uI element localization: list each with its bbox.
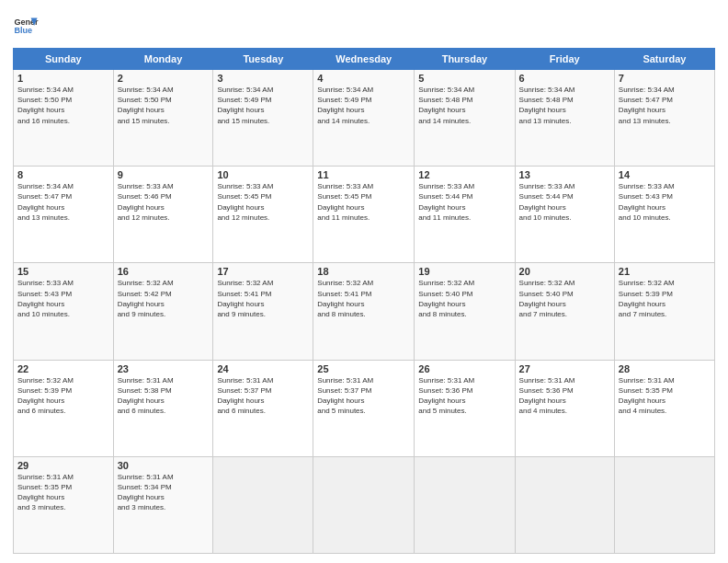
day-header-sunday: Sunday bbox=[14, 49, 114, 70]
day-info: Sunrise: 5:32 AMSunset: 5:40 PMDaylight … bbox=[519, 279, 575, 318]
calendar-cell: 2Sunrise: 5:34 AMSunset: 5:50 PMDaylight… bbox=[113, 70, 213, 167]
day-info: Sunrise: 5:31 AMSunset: 5:35 PMDaylight … bbox=[17, 473, 74, 512]
calendar-cell: 10Sunrise: 5:33 AMSunset: 5:45 PMDayligh… bbox=[213, 167, 313, 263]
day-info: Sunrise: 5:33 AMSunset: 5:43 PMDaylight … bbox=[17, 279, 74, 318]
calendar-week-5: 29Sunrise: 5:31 AMSunset: 5:35 PMDayligh… bbox=[14, 456, 715, 553]
day-info: Sunrise: 5:31 AMSunset: 5:35 PMDaylight … bbox=[619, 376, 675, 416]
day-number: 8 bbox=[17, 169, 109, 180]
day-number: 15 bbox=[17, 266, 109, 277]
calendar-cell: 13Sunrise: 5:33 AMSunset: 5:44 PMDayligh… bbox=[515, 167, 614, 263]
day-number: 10 bbox=[217, 169, 309, 180]
day-number: 18 bbox=[317, 266, 410, 277]
calendar-cell: 15Sunrise: 5:33 AMSunset: 5:43 PMDayligh… bbox=[14, 263, 114, 360]
day-info: Sunrise: 5:33 AMSunset: 5:43 PMDaylight … bbox=[619, 182, 675, 222]
calendar-cell bbox=[415, 456, 515, 553]
calendar-week-4: 22Sunrise: 5:32 AMSunset: 5:39 PMDayligh… bbox=[14, 360, 715, 456]
day-info: Sunrise: 5:34 AMSunset: 5:49 PMDaylight … bbox=[317, 86, 373, 125]
day-info: Sunrise: 5:34 AMSunset: 5:48 PMDaylight … bbox=[418, 86, 474, 125]
calendar-cell: 6Sunrise: 5:34 AMSunset: 5:48 PMDaylight… bbox=[515, 70, 614, 167]
calendar-cell: 11Sunrise: 5:33 AMSunset: 5:45 PMDayligh… bbox=[313, 167, 415, 263]
day-number: 26 bbox=[418, 363, 510, 374]
calendar-cell: 12Sunrise: 5:33 AMSunset: 5:44 PMDayligh… bbox=[415, 167, 515, 263]
svg-text:Blue: Blue bbox=[14, 26, 32, 35]
calendar-cell: 28Sunrise: 5:31 AMSunset: 5:35 PMDayligh… bbox=[614, 360, 714, 456]
day-number: 7 bbox=[619, 73, 711, 84]
day-number: 28 bbox=[619, 363, 711, 374]
day-number: 17 bbox=[217, 266, 309, 277]
calendar-cell: 8Sunrise: 5:34 AMSunset: 5:47 PMDaylight… bbox=[14, 167, 114, 263]
day-info: Sunrise: 5:33 AMSunset: 5:44 PMDaylight … bbox=[519, 182, 575, 222]
calendar-cell: 26Sunrise: 5:31 AMSunset: 5:36 PMDayligh… bbox=[415, 360, 515, 456]
calendar-cell: 19Sunrise: 5:32 AMSunset: 5:40 PMDayligh… bbox=[415, 263, 515, 360]
calendar-cell: 24Sunrise: 5:31 AMSunset: 5:37 PMDayligh… bbox=[213, 360, 313, 456]
day-number: 6 bbox=[519, 73, 610, 84]
day-info: Sunrise: 5:32 AMSunset: 5:41 PMDaylight … bbox=[317, 279, 373, 318]
day-info: Sunrise: 5:31 AMSunset: 5:37 PMDaylight … bbox=[317, 376, 373, 416]
day-number: 16 bbox=[118, 266, 210, 277]
day-info: Sunrise: 5:34 AMSunset: 5:47 PMDaylight … bbox=[619, 86, 675, 125]
day-info: Sunrise: 5:32 AMSunset: 5:41 PMDaylight … bbox=[217, 279, 273, 318]
calendar-cell: 22Sunrise: 5:32 AMSunset: 5:39 PMDayligh… bbox=[14, 360, 114, 456]
calendar-cell bbox=[515, 456, 614, 553]
logo: General Blue bbox=[13, 13, 42, 39]
calendar-cell bbox=[313, 456, 415, 553]
day-number: 13 bbox=[519, 169, 610, 180]
day-number: 23 bbox=[118, 363, 210, 374]
calendar-cell: 16Sunrise: 5:32 AMSunset: 5:42 PMDayligh… bbox=[113, 263, 213, 360]
day-header-tuesday: Tuesday bbox=[213, 49, 313, 70]
day-info: Sunrise: 5:31 AMSunset: 5:36 PMDaylight … bbox=[519, 376, 575, 416]
calendar-cell: 30Sunrise: 5:31 AMSunset: 5:34 PMDayligh… bbox=[113, 456, 213, 553]
day-info: Sunrise: 5:31 AMSunset: 5:36 PMDaylight … bbox=[418, 376, 474, 416]
day-info: Sunrise: 5:31 AMSunset: 5:37 PMDaylight … bbox=[217, 376, 273, 416]
calendar-cell: 27Sunrise: 5:31 AMSunset: 5:36 PMDayligh… bbox=[515, 360, 614, 456]
calendar-week-3: 15Sunrise: 5:33 AMSunset: 5:43 PMDayligh… bbox=[14, 263, 715, 360]
day-number: 12 bbox=[418, 169, 510, 180]
day-number: 29 bbox=[17, 460, 109, 471]
day-number: 5 bbox=[418, 73, 510, 84]
day-header-wednesday: Wednesday bbox=[313, 49, 415, 70]
day-header-thursday: Thursday bbox=[415, 49, 515, 70]
calendar-cell: 9Sunrise: 5:33 AMSunset: 5:46 PMDaylight… bbox=[113, 167, 213, 263]
day-number: 19 bbox=[418, 266, 510, 277]
day-info: Sunrise: 5:33 AMSunset: 5:46 PMDaylight … bbox=[118, 182, 174, 222]
calendar-cell: 20Sunrise: 5:32 AMSunset: 5:40 PMDayligh… bbox=[515, 263, 614, 360]
day-info: Sunrise: 5:34 AMSunset: 5:50 PMDaylight … bbox=[17, 86, 74, 125]
day-info: Sunrise: 5:32 AMSunset: 5:39 PMDaylight … bbox=[619, 279, 675, 318]
day-number: 4 bbox=[317, 73, 410, 84]
calendar-cell: 23Sunrise: 5:31 AMSunset: 5:38 PMDayligh… bbox=[113, 360, 213, 456]
calendar-cell bbox=[614, 456, 714, 553]
day-number: 11 bbox=[317, 169, 410, 180]
day-header-friday: Friday bbox=[515, 49, 614, 70]
day-header-monday: Monday bbox=[113, 49, 213, 70]
header: General Blue bbox=[13, 9, 715, 39]
day-info: Sunrise: 5:34 AMSunset: 5:47 PMDaylight … bbox=[17, 182, 74, 222]
calendar-cell: 14Sunrise: 5:33 AMSunset: 5:43 PMDayligh… bbox=[614, 167, 714, 263]
calendar-cell: 29Sunrise: 5:31 AMSunset: 5:35 PMDayligh… bbox=[14, 456, 114, 553]
calendar-cell: 25Sunrise: 5:31 AMSunset: 5:37 PMDayligh… bbox=[313, 360, 415, 456]
day-number: 27 bbox=[519, 363, 610, 374]
calendar-header: SundayMondayTuesdayWednesdayThursdayFrid… bbox=[14, 49, 715, 70]
calendar-cell: 7Sunrise: 5:34 AMSunset: 5:47 PMDaylight… bbox=[614, 70, 714, 167]
day-number: 25 bbox=[317, 363, 410, 374]
day-number: 20 bbox=[519, 266, 610, 277]
day-info: Sunrise: 5:31 AMSunset: 5:38 PMDaylight … bbox=[118, 376, 174, 416]
day-info: Sunrise: 5:33 AMSunset: 5:45 PMDaylight … bbox=[317, 182, 373, 222]
calendar-cell bbox=[213, 456, 313, 553]
day-info: Sunrise: 5:31 AMSunset: 5:34 PMDaylight … bbox=[118, 473, 174, 512]
day-header-saturday: Saturday bbox=[614, 49, 714, 70]
day-number: 14 bbox=[619, 169, 711, 180]
day-info: Sunrise: 5:32 AMSunset: 5:42 PMDaylight … bbox=[118, 279, 174, 318]
calendar-table: SundayMondayTuesdayWednesdayThursdayFrid… bbox=[13, 48, 715, 554]
day-info: Sunrise: 5:32 AMSunset: 5:40 PMDaylight … bbox=[418, 279, 474, 318]
day-info: Sunrise: 5:33 AMSunset: 5:45 PMDaylight … bbox=[217, 182, 273, 222]
logo-icon: General Blue bbox=[13, 13, 39, 39]
page: General Blue SundayMondayTuesdayWednesda… bbox=[0, 0, 728, 563]
day-number: 30 bbox=[118, 460, 210, 471]
calendar-cell: 21Sunrise: 5:32 AMSunset: 5:39 PMDayligh… bbox=[614, 263, 714, 360]
calendar-cell: 18Sunrise: 5:32 AMSunset: 5:41 PMDayligh… bbox=[313, 263, 415, 360]
calendar-cell: 17Sunrise: 5:32 AMSunset: 5:41 PMDayligh… bbox=[213, 263, 313, 360]
day-number: 3 bbox=[217, 73, 309, 84]
calendar-body: 1Sunrise: 5:34 AMSunset: 5:50 PMDaylight… bbox=[14, 70, 715, 554]
day-info: Sunrise: 5:34 AMSunset: 5:49 PMDaylight … bbox=[217, 86, 273, 125]
day-number: 22 bbox=[17, 363, 109, 374]
